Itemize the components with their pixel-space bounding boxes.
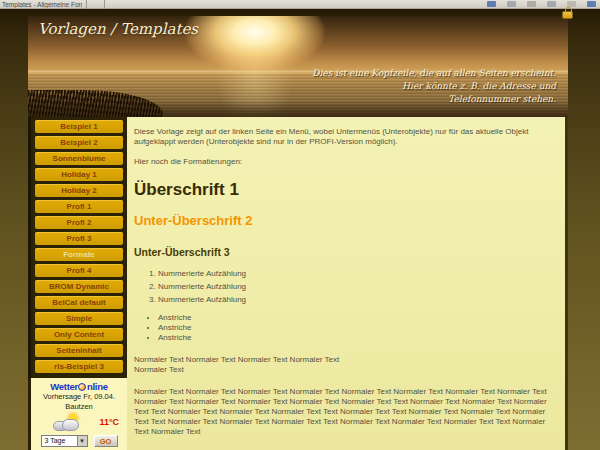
logo-text-right: nline <box>87 381 108 392</box>
window-icon[interactable] <box>507 1 516 7</box>
wetteronline-logo[interactable]: Wetternline <box>31 381 127 392</box>
sidebar-item-holiday-2[interactable]: Holiday 2 <box>35 184 123 197</box>
numbered-list-item: Nummerierte Aufzählung <box>158 295 551 304</box>
normal-text-short: Normaler Text Normaler Text Normaler Tex… <box>134 355 551 375</box>
heading-1: Überschrift 1 <box>134 181 551 199</box>
forecast-range-select[interactable]: 3 Tage▼ <box>41 435 88 447</box>
weather-widget: Wetternline Vorhersage Fr, 09.04. Bautze… <box>28 378 127 450</box>
forecast-range-value: 3 Tage <box>45 437 66 444</box>
partly-cloudy-icon <box>53 414 83 432</box>
normal-text-long: Normaler Text Normaler Text Normaler Tex… <box>134 387 551 437</box>
sidebar-item-profi-3[interactable]: Profi 3 <box>35 232 123 245</box>
tagline-line: Dies ist eine Kopfzeile, die auf allen S… <box>312 67 556 80</box>
intro-paragraph: Diese Vorlage zeigt auf der linken Seite… <box>134 127 551 147</box>
sidebar-item-profi-1[interactable]: Profi 1 <box>35 200 123 213</box>
bullet-list-item: Anstriche <box>158 323 551 332</box>
sidebar-item-profi-2[interactable]: Profi 2 <box>35 216 123 229</box>
sidebar-item-sonnenblume[interactable]: Sonnenblume <box>35 152 123 165</box>
bullet-list: AnstricheAnstricheAnstriche <box>158 313 551 342</box>
heading-2: Unter-Überschrift 2 <box>134 214 551 228</box>
forecast-city: Bautzen <box>31 402 127 412</box>
tab-separator <box>86 0 87 9</box>
tagline-line: Hier könnte z. B. die Adresse und <box>312 80 556 93</box>
sidebar-item-beispiel-1[interactable]: Beispiel 1 <box>35 120 123 133</box>
globe-icon <box>78 383 86 391</box>
sidebar-item-holiday-1[interactable]: Holiday 1 <box>35 168 123 181</box>
cloud-icon <box>62 419 79 431</box>
bullet-list-item: Anstriche <box>158 313 551 322</box>
dropdown-arrow-icon[interactable]: ▼ <box>77 436 87 446</box>
sidebar-item-simple[interactable]: Simple <box>35 312 123 325</box>
bookmark-icon[interactable] <box>487 1 496 7</box>
browser-window: Templates - Allgemeine Formate für Texte… <box>0 0 600 450</box>
numbered-list-item: Nummerierte Aufzählung <box>158 282 551 291</box>
normal-text-line: Normaler Text Normaler Text Normaler Tex… <box>134 355 339 364</box>
sidebar-item-profi-4[interactable]: Profi 4 <box>35 264 123 277</box>
browser-tab-bar: Templates - Allgemeine Formate für Texte… <box>0 0 600 9</box>
sidebar-menu: Beispiel 1Beispiel 2SonnenblumeHoliday 1… <box>28 117 127 378</box>
lock-icon[interactable] <box>562 11 573 19</box>
numbered-list-item: Nummerierte Aufzählung <box>158 269 551 278</box>
sidebar-item-brom-dynamic[interactable]: BROM Dynamic <box>35 280 123 293</box>
sidebar-item-belcal-default[interactable]: BelCal default <box>35 296 123 309</box>
copy-icon[interactable] <box>527 1 536 7</box>
formats-intro: Hier noch die Formatierungen: <box>134 157 551 167</box>
go-button[interactable]: GO <box>94 435 118 447</box>
numbered-list: Nummerierte AufzählungNummerierte Aufzäh… <box>158 269 551 304</box>
sidebar-item-only-content[interactable]: Only Content <box>35 328 123 341</box>
tagline-line: Telefonnummer stehen. <box>312 93 556 106</box>
tab-separator <box>104 0 105 9</box>
heading-3: Unter-Überschrift 3 <box>134 247 551 258</box>
main-content: Diese Vorlage zeigt auf der linken Seite… <box>127 117 568 450</box>
sidebar-item-beispiel-2[interactable]: Beispiel 2 <box>35 136 123 149</box>
forecast-row: 11°C <box>31 412 127 434</box>
header-tagline: Dies ist eine Kopfzeile, die auf allen S… <box>312 67 556 106</box>
header-banner: Vorlagen / Templates Dies ist eine Kopfz… <box>28 16 568 117</box>
sidebar-item-rls-beispiel-3[interactable]: rls-Beispiel 3 <box>35 360 123 373</box>
normal-text-line: Normaler Text <box>134 365 184 374</box>
forecast-date: Vorhersage Fr, 09.04. <box>31 392 127 402</box>
weather-controls: 3 Tage▼ GO <box>31 435 127 447</box>
site-title: Vorlagen / Templates <box>38 20 198 38</box>
sidebar-item-formate[interactable]: Formate <box>35 248 123 261</box>
logo-text-left: Wetter <box>50 381 78 392</box>
browser-toolbar <box>487 1 596 7</box>
browser-tab-title[interactable]: Templates - Allgemeine Formate für Texte… <box>2 1 82 8</box>
temperature-value: 11°C <box>99 417 119 427</box>
sidebar-item-seiteninhalt[interactable]: Seiteninhalt <box>35 344 123 357</box>
printer-icon[interactable] <box>547 1 556 7</box>
bullet-list-item: Anstriche <box>158 333 551 342</box>
help-icon[interactable] <box>587 1 596 7</box>
